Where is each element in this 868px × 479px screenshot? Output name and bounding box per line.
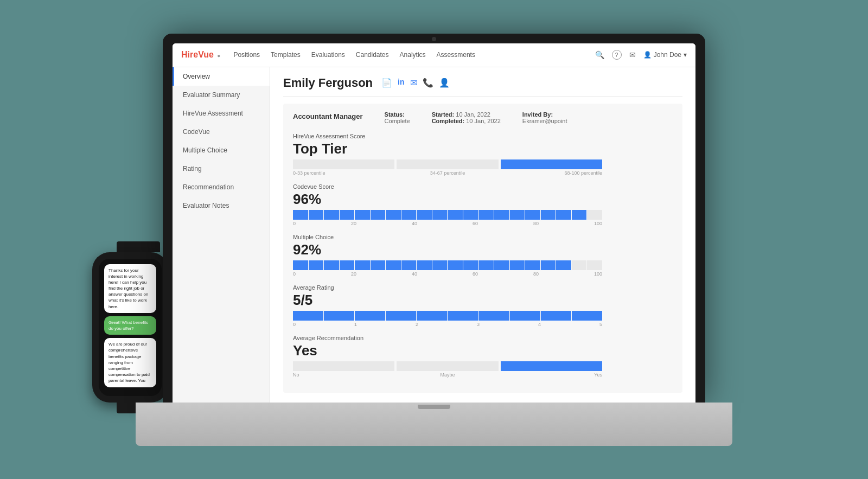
bar-segment: [525, 210, 540, 220]
phone-icon[interactable]: 📞: [423, 78, 433, 88]
user-name: John Doe: [654, 51, 681, 59]
started-value: 10 Jan, 2022: [456, 111, 490, 118]
help-icon[interactable]: ?: [612, 50, 622, 60]
sidebar-item-overview[interactable]: Overview: [173, 67, 270, 86]
watch-body: Thanks for your interest in working here…: [92, 252, 168, 403]
candidate-header: Emily Ferguson 📄 in ✉ 📞 👤: [283, 76, 682, 97]
job-title: Accountant Manager: [293, 111, 363, 124]
bar-segment: [417, 260, 432, 270]
chat-bubble-white: We are proud of our comprehensive benefi…: [104, 338, 156, 387]
bar-segment: [309, 210, 324, 220]
mc-score-value: 92%: [293, 241, 673, 258]
job-header: Accountant Manager Status: Complete: [293, 111, 673, 124]
tier-seg-1: [293, 159, 394, 169]
nav-item-templates[interactable]: Templates: [271, 49, 301, 61]
bar-segment: [324, 210, 339, 220]
bar-segment: [541, 260, 556, 270]
candidate-icons: 📄 in ✉ 📞 👤: [381, 78, 449, 88]
codevue-bar: [293, 210, 602, 220]
job-section: Accountant Manager Status: Complete: [283, 104, 682, 393]
bar-segment: [448, 311, 478, 321]
camera-notch: [432, 37, 436, 41]
bar-segment: [401, 260, 417, 270]
chat-bubble-green: Great! What benefits do you offer?: [104, 316, 156, 335]
linkedin-icon[interactable]: in: [398, 78, 404, 88]
nav-item-positions[interactable]: Positions: [233, 49, 260, 61]
rec-labels: No Maybe Yes: [293, 372, 602, 378]
bar-segment: [293, 210, 308, 220]
sidebar-item-codevue[interactable]: CodeVue: [173, 123, 270, 141]
rec-seg-3: [501, 361, 602, 371]
invited-value: Ekramer@upoint: [522, 118, 567, 124]
rec-label-2: Maybe: [396, 372, 499, 378]
mc-score-label: Multiple Choice: [293, 234, 673, 240]
bar-segment: [463, 260, 478, 270]
nav-user[interactable]: 👤 John Doe ▾: [643, 51, 687, 59]
sidebar-item-recommendation[interactable]: Recommendation: [173, 178, 270, 196]
bar-segment: [463, 210, 478, 220]
navbar: HireVue ● PositionsTemplatesEvaluationsC…: [173, 43, 695, 67]
bar-segment: [324, 311, 354, 321]
nav-item-analytics[interactable]: Analytics: [400, 49, 426, 61]
rating-score-row: Average Rating 5/5 012345: [293, 284, 673, 327]
user-icon: 👤: [643, 51, 652, 59]
hirevue-score-row: HireVue Assessment Score Top Tier 0-33 p…: [293, 133, 673, 176]
bar-segment: [417, 210, 432, 220]
mail-icon[interactable]: ✉: [629, 50, 636, 59]
bar-segment: [386, 311, 416, 321]
bar-segment: [510, 311, 540, 321]
codevue-score-row: Codevue Score 96% 020406080100: [293, 183, 673, 226]
bar-segment: [309, 260, 324, 270]
bar-segment: [355, 311, 385, 321]
completed-value: 10 Jan, 2022: [466, 118, 501, 124]
nav-item-assessments[interactable]: Assessments: [437, 49, 475, 61]
search-icon[interactable]: 🔍: [595, 50, 604, 59]
rec-label-1: No: [293, 372, 396, 378]
laptop-wrapper: Thanks for your interest in working here…: [136, 34, 732, 446]
rating-score-label: Average Rating: [293, 284, 673, 291]
nav-logo: HireVue ●: [181, 50, 220, 60]
tier-seg-2: [397, 159, 498, 169]
bar-segment: [355, 210, 370, 220]
profile-icon[interactable]: 👤: [439, 78, 450, 88]
job-title-text: Accountant Manager: [293, 112, 363, 120]
sidebar-item-rating[interactable]: Rating: [173, 159, 270, 178]
main-layout: OverviewEvaluator SummaryHireVue Assessm…: [173, 67, 695, 403]
status-row: Status: Complete: [385, 111, 410, 124]
rating-score-value: 5/5: [293, 292, 673, 309]
bar-segment: [510, 260, 525, 270]
codevue-score-label: Codevue Score: [293, 183, 673, 190]
rec-label-3: Yes: [499, 372, 602, 378]
bar-segment: [371, 260, 386, 270]
bar-segment: [494, 210, 509, 220]
codevue-score-value: 96%: [293, 191, 673, 208]
rating-bar-labels: 012345: [293, 322, 602, 327]
watch-screen: Thanks for your interest in working here…: [99, 259, 162, 396]
bar-segment: [494, 260, 509, 270]
rating-bar: [293, 311, 602, 321]
codevue-bar-labels: 020406080100: [293, 221, 602, 226]
job-dates: Started: 10 Jan, 2022 Completed: 10 Jan,…: [432, 111, 501, 124]
nav-items: PositionsTemplatesEvaluationsCandidatesA…: [233, 49, 595, 61]
started-label: Started:: [432, 111, 455, 118]
sidebar-item-hirevue-assessment[interactable]: HireVue Assessment: [173, 104, 270, 123]
sidebar-item-evaluator-summary[interactable]: Evaluator Summary: [173, 86, 270, 104]
completed-label: Completed:: [432, 118, 465, 124]
sidebar-item-multiple-choice[interactable]: Multiple Choice: [173, 141, 270, 159]
job-status: Status: Complete: [385, 111, 410, 124]
content-area: Emily Ferguson 📄 in ✉ 📞 👤: [270, 67, 695, 403]
laptop-base: [136, 403, 732, 446]
mc-score-row: Multiple Choice 92% 020406080100: [293, 234, 673, 277]
bar-segment: [340, 210, 355, 220]
bar-segment: [386, 260, 401, 270]
sidebar-item-evaluator-notes[interactable]: Evaluator Notes: [173, 196, 270, 215]
document-icon[interactable]: 📄: [381, 78, 392, 88]
nav-item-candidates[interactable]: Candidates: [356, 49, 389, 61]
bar-segment: [587, 210, 602, 220]
laptop-screen: HireVue ● PositionsTemplatesEvaluationsC…: [163, 34, 705, 403]
nav-item-evaluations[interactable]: Evaluations: [311, 49, 345, 61]
bar-segment: [340, 260, 355, 270]
bar-segment: [510, 210, 525, 220]
email-icon[interactable]: ✉: [410, 78, 417, 88]
tier-seg-3: [501, 159, 602, 169]
